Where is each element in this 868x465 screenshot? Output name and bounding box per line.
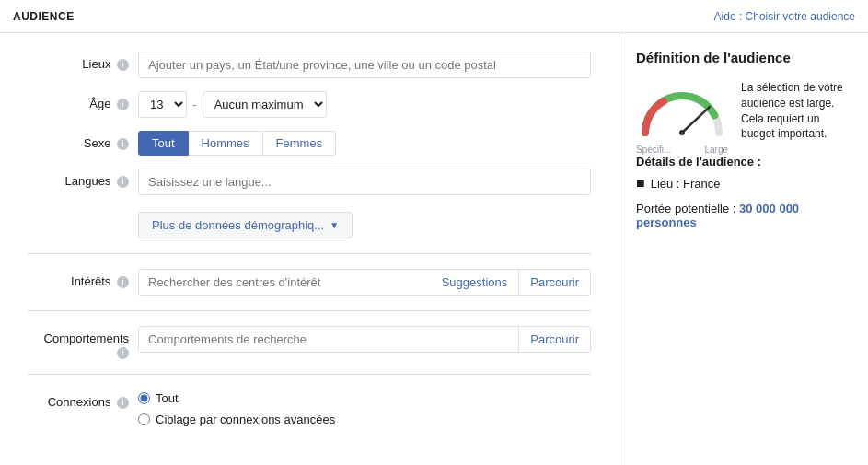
form-panel: Lieux i Âge i 13 18 [0,33,619,465]
lieux-input[interactable] [138,52,591,78]
gauge-label-right: Large [704,145,728,155]
interets-label: Intérêts i [28,269,138,288]
lieux-info-icon[interactable]: i [117,59,129,71]
chevron-down-icon: ▼ [330,220,339,230]
age-label: Âge i [28,91,138,110]
sexe-row: Sexe i Tout Hommes Femmes [28,131,591,156]
more-demo-label: Plus de données démographiq... [152,218,324,232]
gender-tout-button[interactable]: Tout [138,131,189,156]
svg-point-1 [679,130,685,135]
connexions-control: Tout Ciblage par connexions avancées [138,389,591,426]
comportements-control: Parcourir [138,326,591,353]
divider-1 [28,253,591,254]
gauge-labels: Spécifi... Large [636,145,728,155]
langues-control [138,169,591,195]
portee-label: Portée potentielle : [636,202,735,215]
more-demographics-button[interactable]: Plus de données démographiq... ▼ [138,212,353,238]
top-bar: AUDIENCE Aide : Choisir votre audience [0,0,868,33]
audience-detail-item: ■ Lieu : France [636,176,851,191]
gender-femmes-button[interactable]: Femmes [263,131,337,156]
divider-3 [28,374,591,375]
interets-parcourir-button[interactable]: Parcourir [518,270,590,295]
age-min-select[interactable]: 13 18 21 25 [138,91,187,118]
interests-input-wrap: Suggestions Parcourir [138,269,591,296]
bullet-icon: ■ [636,176,645,191]
age-control: 13 18 21 25 - Aucun maximum 18 24 35 65 [138,91,591,118]
age-max-select[interactable]: Aucun maximum 18 24 35 65 [203,91,327,118]
interets-row: Intérêts i Suggestions Parcourir [28,269,591,296]
langues-info-icon[interactable]: i [117,176,129,188]
gauge-label-left: Spécifi... [636,145,671,155]
right-panel: Définition de l'audience [619,33,868,465]
connexions-avancees-label: Ciblage par connexions avancées [156,413,335,426]
comportements-label: Comportements i [28,326,138,359]
langues-label: Langues i [28,169,138,188]
connexions-group: Tout Ciblage par connexions avancées [138,389,591,426]
comp-input-wrap: Parcourir [138,326,591,353]
connexions-label: Connexions i [28,389,138,409]
comportements-input[interactable] [139,327,518,352]
gender-group: Tout Hommes Femmes [138,131,591,156]
age-row: Âge i 13 18 21 25 - Aucun maximum [28,91,591,118]
sexe-control: Tout Hommes Femmes [138,131,591,156]
more-demo-row: Plus de données démographiq... ▼ [28,208,591,238]
comportements-row: Comportements i Parcourir [28,326,591,359]
comportements-info-icon[interactable]: i [117,347,129,359]
svg-line-0 [682,107,710,133]
gauge-container: Spécifi... Large La sélection de votre a… [636,80,851,142]
connexions-row: Connexions i Tout Ciblage par connexions… [28,389,591,426]
portee-text: Portée potentielle : 30 000 000 personne… [636,202,851,229]
age-dash: - [192,98,197,112]
connexions-avancees-option[interactable]: Ciblage par connexions avancées [138,413,591,426]
connexions-tout-option[interactable]: Tout [138,391,591,405]
connexions-avancees-radio[interactable] [138,413,150,425]
interets-input[interactable] [139,270,431,295]
langues-row: Langues i [28,169,591,195]
suggestions-button[interactable]: Suggestions [431,270,519,295]
page-title: AUDIENCE [13,10,75,23]
age-info-icon[interactable]: i [117,99,129,110]
langues-input[interactable] [138,169,591,195]
audience-definition-title: Définition de l'audience [636,50,851,65]
gauge-description: La sélection de votre audience est large… [741,80,851,142]
gauge-wrap: Spécifi... Large [636,87,728,142]
sexe-info-icon[interactable]: i [117,138,129,150]
comportements-parcourir-button[interactable]: Parcourir [518,327,590,352]
connexions-tout-label: Tout [156,391,179,405]
gender-hommes-button[interactable]: Hommes [189,131,263,156]
interets-control: Suggestions Parcourir [138,269,591,296]
connexions-tout-radio[interactable] [138,392,150,404]
audience-detail-lieu: Lieu : France [651,177,721,191]
help-link[interactable]: Aide : Choisir votre audience [714,10,855,23]
divider-2 [28,310,591,311]
connexions-info-icon[interactable]: i [117,397,129,409]
lieux-label: Lieux i [28,52,138,71]
main-content: Lieux i Âge i 13 18 [0,33,868,465]
audience-details-title: Détails de l'audience : [636,155,851,169]
lieux-row: Lieux i [28,52,591,78]
interets-info-icon[interactable]: i [117,276,129,288]
sexe-label: Sexe i [28,131,138,150]
lieux-control [138,52,591,78]
gauge-svg [636,87,728,140]
